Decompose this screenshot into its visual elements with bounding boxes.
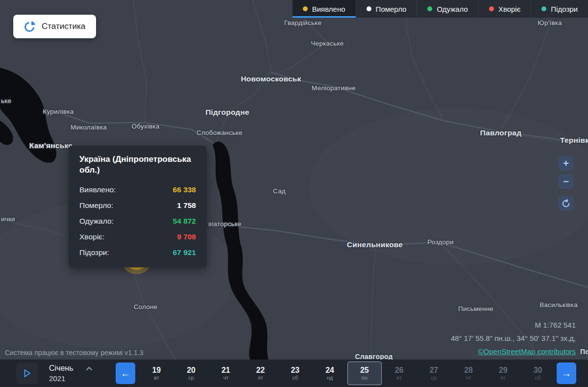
day-number: 24: [325, 366, 334, 374]
legend-bar: Виявлено Померло Одужало Хворіє Підозри: [293, 0, 588, 18]
day-cell-25-selected[interactable]: 25 пн: [347, 361, 382, 385]
tooltip-row: Підозри: 67 921: [79, 245, 196, 260]
day-cell-26[interactable]: 26 вт: [382, 361, 416, 385]
map-label-partial: Тернівка: [560, 136, 588, 145]
map-info-block: М 1:762 541 48° 17' 55.8" пн.ш., 34° 50'…: [451, 318, 576, 358]
day-cell-29[interactable]: 29 пт: [486, 361, 521, 385]
legend-item-label: Одужало: [437, 5, 467, 13]
day-number: 29: [499, 366, 508, 374]
next-week-button[interactable]: →: [557, 362, 576, 384]
day-weekday: ср: [188, 375, 194, 381]
map-label: Черкаське: [311, 40, 344, 47]
map-label: Сад: [273, 187, 286, 195]
day-number: 23: [291, 366, 299, 374]
tooltip-row: Хворіє: 9 708: [79, 229, 196, 245]
day-number: 19: [152, 366, 161, 374]
statistics-button[interactable]: Статистика: [13, 15, 96, 38]
tooltip-row-label: Померло:: [79, 201, 113, 210]
map-label-partial: віаторське: [208, 220, 242, 228]
map-label-partial: ьке: [1, 97, 11, 104]
day-cell-28[interactable]: 28 чт: [451, 361, 486, 385]
legend-item-suspected[interactable]: Підозри: [531, 0, 588, 18]
play-button[interactable]: [16, 362, 38, 384]
system-status-text: Система працює в тестовому режимі v1.1.3: [5, 349, 144, 357]
day-cell-27[interactable]: 27 ср: [416, 361, 451, 385]
day-cell-23[interactable]: 23 сб: [278, 361, 313, 385]
day-weekday: вт: [396, 375, 402, 381]
zoom-out-button[interactable]: −: [559, 174, 573, 189]
tooltip-row: Виявлено: 66 338: [79, 182, 196, 198]
white-dot-icon: [367, 6, 371, 11]
tooltip-row: Одужало: 54 872: [79, 213, 196, 229]
map-label-city: Павлоград: [480, 129, 521, 137]
map-label: Юр'ївка: [538, 19, 562, 26]
tooltip-row-value: 54 872: [173, 217, 196, 226]
prev-week-button[interactable]: ←: [116, 362, 135, 384]
play-icon: [22, 368, 32, 379]
tooltip-row-label: Хворіє:: [79, 232, 104, 241]
map-label: Васильківка: [539, 301, 578, 309]
pie-chart-icon: [24, 21, 36, 32]
day-number: 25: [360, 366, 369, 374]
day-number: 21: [221, 366, 230, 374]
day-number: 30: [534, 366, 542, 374]
day-cell-24[interactable]: 24 нд: [313, 361, 347, 385]
refresh-button[interactable]: [559, 196, 573, 211]
app-root: Гвардійське Юр'ївка Черкаське Новомосков…: [0, 0, 588, 387]
map-label-city: Новомосковськ: [241, 75, 301, 83]
day-weekday: чт: [466, 375, 471, 381]
day-cell-19[interactable]: 19 вт: [139, 361, 174, 385]
legend-item-deaths[interactable]: Померло: [356, 0, 417, 18]
legend-item-label: Померло: [376, 5, 407, 13]
day-weekday: пт: [500, 375, 506, 381]
red-dot-icon: [489, 6, 494, 11]
day-cell-22[interactable]: 22 пт: [243, 361, 278, 385]
legend-item-label: Підозри: [551, 5, 578, 13]
map-label: Курилівка: [43, 108, 74, 115]
refresh-icon: [562, 199, 570, 208]
tooltip-row-value: 67 921: [173, 248, 196, 257]
day-cell-20[interactable]: 20 ср: [174, 361, 209, 385]
green-dot-icon: [427, 6, 432, 11]
month-name: Січень: [49, 363, 74, 373]
chevron-up-icon: [86, 366, 92, 370]
month-selector[interactable]: Січень 2021: [49, 363, 92, 384]
day-cell-30[interactable]: 30 сб: [520, 361, 555, 385]
day-number: 20: [187, 366, 196, 374]
tooltip-row-label: Підозри:: [79, 248, 109, 257]
teal-dot-icon: [541, 6, 546, 11]
legend-item-detected[interactable]: Виявлено: [293, 0, 356, 18]
region-tooltip: Україна (Дніпропетровська обл.) Виявлено…: [69, 146, 207, 267]
day-weekday: нд: [327, 375, 333, 381]
day-weekday: ср: [431, 375, 437, 381]
legend-item-label: Хворіє: [498, 5, 520, 13]
day-number: 22: [256, 366, 265, 374]
zoom-in-button[interactable]: +: [559, 156, 573, 171]
timeline-bar: Січень 2021 ← 19 вт 20 ср 21 чт 22: [0, 360, 588, 387]
map-label-city: Кам'янське: [29, 141, 73, 150]
map-label: Солоне: [134, 303, 158, 310]
map-label-city: Підгородне: [205, 108, 249, 117]
map-coordinates: 48° 17' 55.8" пн.ш., 34° 50' 37.1" зх.д,: [451, 332, 576, 345]
map-label: Слобожанське: [196, 129, 243, 136]
year-label: 2021: [49, 373, 92, 384]
legend-item-recovered[interactable]: Одужало: [416, 0, 478, 18]
day-weekday: вт: [154, 375, 159, 381]
tooltip-row-value: 1 758: [177, 201, 196, 210]
day-strip: 19 вт 20 ср 21 чт 22 пт 23 сб 24 нд: [139, 361, 555, 385]
tooltip-row-label: Одужало:: [79, 217, 114, 226]
tooltip-row-label: Виявлено:: [79, 185, 116, 194]
map-controls: + −: [559, 156, 573, 211]
map-label-partial: ички: [1, 215, 15, 223]
tooltip-title: Україна (Дніпропетровська обл.): [79, 154, 196, 176]
tooltip-row: Померло: 1 758: [79, 198, 196, 213]
map-label: Меліоративне: [312, 84, 356, 92]
map-label: Роздори: [427, 238, 454, 246]
day-number: 27: [429, 366, 438, 374]
legend-item-sick[interactable]: Хворіє: [478, 0, 531, 18]
yellow-dot-icon: [303, 6, 308, 11]
day-cell-21[interactable]: 21 чт: [209, 361, 244, 385]
osm-attribution-link[interactable]: ©OpenStreetMap contributors: [478, 347, 576, 356]
map-label-city: Синельникове: [347, 240, 403, 249]
map-label-partial: По: [580, 348, 588, 356]
